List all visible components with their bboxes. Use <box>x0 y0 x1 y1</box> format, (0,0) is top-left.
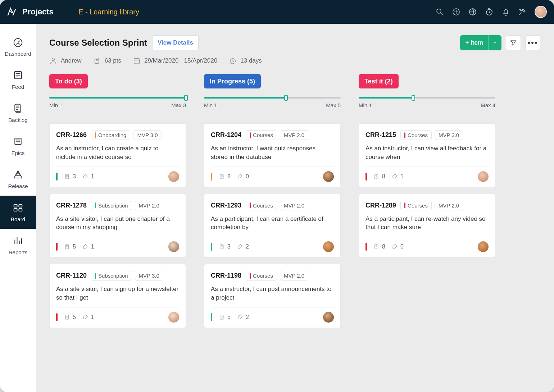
column-progress: In Progress (5) Min 1 Max 5 CRR-1204 Cou… <box>204 74 341 328</box>
version-tag[interactable]: MVP 3.0 <box>435 130 463 140</box>
sidebar-item-reports[interactable]: Reports <box>0 229 36 262</box>
issue-id: CRR-1198 <box>211 272 241 279</box>
version-tag[interactable]: MVP 2.0 <box>280 271 308 281</box>
wip-slider[interactable] <box>204 97 341 99</box>
priority-stripe <box>56 243 58 251</box>
issue-card[interactable]: CRR-1293 Courses MVP 2.0 As a participan… <box>204 194 341 258</box>
tag-color-bar <box>250 273 251 279</box>
add-icon[interactable] <box>452 8 460 16</box>
stat-value: 1 <box>91 173 94 180</box>
sidebar-item-label: Board <box>11 216 25 222</box>
issue-id: CRR-1278 <box>56 202 87 209</box>
app-name: Projects <box>22 7 54 17</box>
column-header[interactable]: Test it (2) <box>359 74 399 88</box>
assignee-avatar[interactable] <box>168 171 179 182</box>
tools-icon[interactable] <box>518 8 527 16</box>
stat-points: 5 <box>64 243 76 250</box>
brand-icon <box>6 6 17 17</box>
issue-card[interactable]: CRR-1120 Subscription MVP 3.0 As a site … <box>49 264 186 328</box>
stat-value: 2 <box>246 314 249 320</box>
issue-card[interactable]: CRR-1266 Onboarding MVP 3.0 As an instru… <box>49 123 186 187</box>
divider <box>211 307 334 307</box>
add-item-button[interactable]: + Item <box>460 35 501 50</box>
version-tag[interactable]: MVP 3.0 <box>135 271 163 281</box>
points-icon <box>64 243 71 250</box>
stat-value: 5 <box>227 314 231 320</box>
category-tag[interactable]: Onboarding <box>91 130 130 140</box>
svg-rect-14 <box>134 59 140 64</box>
more-button[interactable]: ••• <box>525 35 540 50</box>
assignee-avatar[interactable] <box>478 241 489 252</box>
user-icon <box>49 57 57 65</box>
version-tag[interactable]: MVP 3.0 <box>133 130 162 140</box>
bell-icon[interactable] <box>501 8 510 16</box>
sidebar-item-board[interactable]: Board <box>0 196 36 229</box>
issue-card[interactable]: CRR-1278 Subscription MVP 2.0 As a site … <box>49 194 186 258</box>
wip-slider[interactable] <box>359 97 495 99</box>
assignee-avatar[interactable] <box>168 241 179 252</box>
search-icon[interactable] <box>435 8 444 16</box>
stat-value: 0 <box>400 243 404 250</box>
category-label: Subscription <box>98 273 128 279</box>
issue-card[interactable]: CRR-1215 Courses MVP 3.0 As an instructo… <box>359 123 495 187</box>
column-header[interactable]: To do (3) <box>49 74 88 88</box>
filter-button[interactable] <box>506 35 521 50</box>
gauge-icon <box>13 37 23 47</box>
column-test: Test it (2) Min 1 Max 4 CRR-1215 Courses… <box>359 74 495 328</box>
add-item-caret[interactable] <box>488 35 501 50</box>
sidebar-item-release[interactable]: Release <box>0 163 36 196</box>
wip-fill <box>204 97 286 99</box>
assignee-avatar[interactable] <box>168 312 179 323</box>
add-item-label: + Item <box>460 35 488 50</box>
user-avatar[interactable] <box>535 6 547 18</box>
assignee-avatar[interactable] <box>323 241 334 252</box>
breadcrumb[interactable]: E - Learning library <box>78 8 139 16</box>
tag-icon <box>237 243 244 250</box>
issue-id: CRR-1204 <box>211 131 241 139</box>
version-tag[interactable]: MVP 2.0 <box>280 130 308 140</box>
clock-icon[interactable] <box>485 8 494 16</box>
assignee-avatar[interactable] <box>478 171 489 182</box>
issue-card[interactable]: CRR-1204 Courses MVP 2.0 As an instructo… <box>204 123 341 187</box>
stat-attachments: 2 <box>237 314 249 320</box>
sidebar-item-feed[interactable]: Feed <box>0 63 36 96</box>
assignee-avatar[interactable] <box>323 312 334 323</box>
shell: Dashboard Feed Backlog Epics Release Boa… <box>0 24 554 392</box>
wip-slider[interactable] <box>49 97 186 99</box>
version-tag[interactable]: MVP 2.0 <box>135 201 163 210</box>
wip-knob[interactable] <box>284 95 288 101</box>
assignee-avatar[interactable] <box>323 171 334 182</box>
column-header[interactable]: In Progress (5) <box>204 74 261 88</box>
sidebar-item-label: Backlog <box>8 117 27 123</box>
category-tag[interactable]: Courses <box>246 201 277 210</box>
category-tag[interactable]: Courses <box>400 201 432 210</box>
issue-description: As a site visitor, I can sign up for a n… <box>56 285 179 302</box>
category-tag[interactable]: Subscription <box>91 201 132 210</box>
category-tag[interactable]: Courses <box>400 130 432 140</box>
sidebar-item-epics[interactable]: Epics <box>0 129 36 163</box>
category-tag[interactable]: Courses <box>246 271 277 281</box>
version-tag[interactable]: MVP 2.0 <box>435 201 463 210</box>
globe-icon[interactable] <box>468 8 477 16</box>
points-icon <box>373 173 380 180</box>
brand: Projects <box>6 6 78 17</box>
priority-stripe <box>211 173 212 181</box>
wip-knob[interactable] <box>412 95 415 101</box>
stat-value: 5 <box>73 314 76 320</box>
divider <box>56 237 179 237</box>
version-tag[interactable]: MVP 2.0 <box>280 201 308 210</box>
divider <box>211 237 334 237</box>
stat-value: 0 <box>246 173 249 180</box>
sidebar-item-backlog[interactable]: Backlog <box>0 96 36 129</box>
issue-card[interactable]: CRR-1289 Courses MVP 2.0 As a participan… <box>359 194 495 258</box>
issue-card[interactable]: CRR-1198 Courses MVP 2.0 As a instructor… <box>204 264 341 328</box>
divider <box>365 167 489 167</box>
wip-knob[interactable] <box>184 95 188 101</box>
view-details-button[interactable]: View Details <box>152 35 199 50</box>
points-value: 63 pts <box>105 57 121 64</box>
points-icon <box>219 243 225 250</box>
category-tag[interactable]: Subscription <box>91 271 132 281</box>
sidebar-item-dashboard[interactable]: Dashboard <box>0 30 36 63</box>
points-icon <box>219 314 225 320</box>
category-tag[interactable]: Courses <box>246 130 277 140</box>
